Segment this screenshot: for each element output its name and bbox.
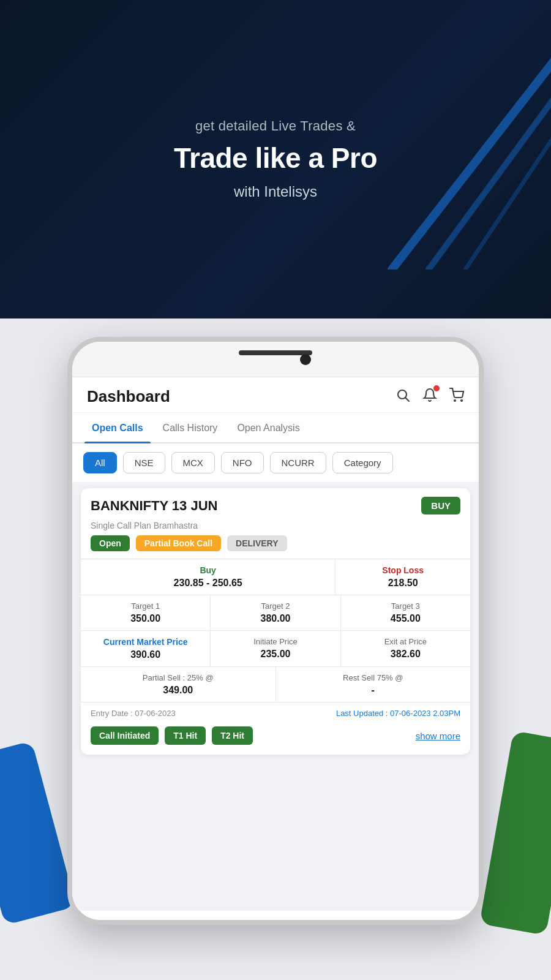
- price-row-2: Target 1 350.00 Target 2 380.00 Target 3…: [81, 595, 470, 631]
- action-badge: BUY: [421, 497, 460, 514]
- exit-price-cell: Exit at Price 382.60: [341, 631, 470, 666]
- stock-name: BANKNIFTY 13 JUN: [91, 498, 217, 514]
- tabs-bar: Open Calls Calls History Open Analysis: [72, 413, 479, 443]
- price-row-4: Partial Sell : 25% @ 349.00 Rest Sell 75…: [81, 667, 470, 703]
- price-grid: Buy 230.85 - 250.65 Stop Loss 218.50 Tar…: [81, 559, 470, 703]
- partial-sell-label: Partial Sell : 25% @: [88, 673, 268, 682]
- target2-label: Target 2: [218, 601, 332, 611]
- header-icons: [395, 388, 464, 406]
- tab-open-analysis[interactable]: Open Analysis: [230, 413, 307, 442]
- stop-loss-value: 218.50: [343, 578, 463, 589]
- price-row-1: Buy 230.85 - 250.65 Stop Loss 218.50: [81, 559, 470, 595]
- filter-category[interactable]: Category: [332, 452, 393, 473]
- filter-nfo[interactable]: NFO: [221, 452, 264, 473]
- hero-section: get detailed Live Trades & Trade like a …: [0, 0, 551, 318]
- hero-tagline: with Intelisys: [234, 183, 317, 200]
- target2-value: 380.00: [218, 613, 332, 624]
- target1-label: Target 1: [88, 601, 203, 611]
- filter-nse[interactable]: NSE: [123, 452, 165, 473]
- last-updated: Last Updated : 07-06-2023 2.03PM: [336, 709, 460, 718]
- decorative-lines: [355, 37, 551, 270]
- stop-loss-cell: Stop Loss 218.50: [335, 559, 470, 595]
- phone-notch-bar: [72, 342, 479, 377]
- bell-icon[interactable]: [422, 388, 437, 406]
- svg-point-6: [461, 400, 462, 401]
- show-more-link[interactable]: show more: [416, 731, 460, 741]
- search-icon[interactable]: [395, 388, 410, 406]
- cmp-label: Current Market Price: [88, 637, 203, 647]
- initiate-value: 235.00: [218, 649, 332, 660]
- target3-label: Target 3: [348, 601, 463, 611]
- svg-point-5: [454, 400, 455, 401]
- card-header: BANKNIFTY 13 JUN BUY: [81, 488, 470, 521]
- buy-range-cell: Buy 230.85 - 250.65: [81, 559, 335, 595]
- initiate-price-cell: Initiate Price 235.00: [211, 631, 340, 666]
- hero-subtitle: get detailed Live Trades &: [195, 118, 356, 134]
- left-accent-shape: [0, 741, 76, 925]
- status-badges: Open Partial Book Call DELIVERY: [81, 535, 470, 559]
- badge-delivery: DELIVERY: [227, 535, 287, 551]
- tag-call-initiated: Call Initiated: [91, 726, 159, 745]
- tab-open-calls[interactable]: Open Calls: [84, 413, 151, 442]
- filter-ncurr[interactable]: NCURR: [270, 452, 326, 473]
- target1-value: 350.00: [88, 613, 203, 624]
- right-accent-shape: [479, 731, 551, 935]
- entry-row: Entry Date : 07-06-2023 Last Updated : 0…: [81, 703, 470, 723]
- filter-bar: All NSE MCX NFO NCURR Category: [72, 443, 479, 482]
- tag-t2-hit: T2 Hit: [212, 726, 253, 745]
- svg-line-2: [465, 123, 551, 270]
- target3-value: 455.00: [348, 613, 463, 624]
- call-tags-left: Call Initiated T1 Hit T2 Hit: [91, 726, 253, 745]
- filter-mcx[interactable]: MCX: [171, 452, 215, 473]
- call-tags-row: Call Initiated T1 Hit T2 Hit show more: [81, 723, 470, 755]
- trade-card: BANKNIFTY 13 JUN BUY Single Call Plan Br…: [81, 488, 470, 755]
- filter-all[interactable]: All: [83, 452, 117, 473]
- tab-calls-history[interactable]: Calls History: [156, 413, 225, 442]
- target2-cell: Target 2 380.00: [211, 595, 340, 630]
- svg-line-4: [406, 398, 410, 401]
- cmp-cell: Current Market Price 390.60: [81, 631, 211, 666]
- buy-value: 230.85 - 250.65: [88, 578, 328, 589]
- target1-cell: Target 1 350.00: [81, 595, 211, 630]
- price-row-3: Current Market Price 390.60 Initiate Pri…: [81, 631, 470, 667]
- rest-sell-value: -: [283, 685, 463, 696]
- rest-sell-label: Rest Sell 75% @: [283, 673, 463, 682]
- app-header: Dashboard: [72, 377, 479, 413]
- plan-name: Single Call Plan Bramhastra: [81, 521, 470, 535]
- stop-loss-label: Stop Loss: [343, 565, 463, 575]
- target3-cell: Target 3 455.00: [341, 595, 470, 630]
- entry-date: Entry Date : 07-06-2023: [91, 709, 176, 718]
- exit-value: 382.60: [348, 649, 463, 660]
- buy-label: Buy: [88, 565, 328, 575]
- initiate-label: Initiate Price: [218, 637, 332, 646]
- cart-icon[interactable]: [449, 388, 464, 406]
- phone-area: Dashboard: [0, 318, 551, 980]
- svg-line-1: [429, 86, 551, 270]
- svg-line-0: [392, 49, 551, 270]
- badge-partial-book: Partial Book Call: [136, 535, 221, 551]
- app-content: BANKNIFTY 13 JUN BUY Single Call Plan Br…: [72, 482, 479, 911]
- rest-sell-cell: Rest Sell 75% @ -: [276, 667, 471, 702]
- app-title: Dashboard: [87, 387, 170, 406]
- phone-camera: [300, 354, 311, 365]
- partial-sell-cell: Partial Sell : 25% @ 349.00: [81, 667, 276, 702]
- partial-sell-value: 349.00: [88, 685, 268, 696]
- exit-label: Exit at Price: [348, 637, 463, 646]
- badge-open: Open: [91, 535, 130, 551]
- phone-mockup: Dashboard: [67, 337, 484, 925]
- tag-t1-hit: T1 Hit: [165, 726, 206, 745]
- cmp-value: 390.60: [88, 649, 203, 660]
- notification-badge: [433, 385, 440, 391]
- hero-title: Trade like a Pro: [174, 141, 377, 175]
